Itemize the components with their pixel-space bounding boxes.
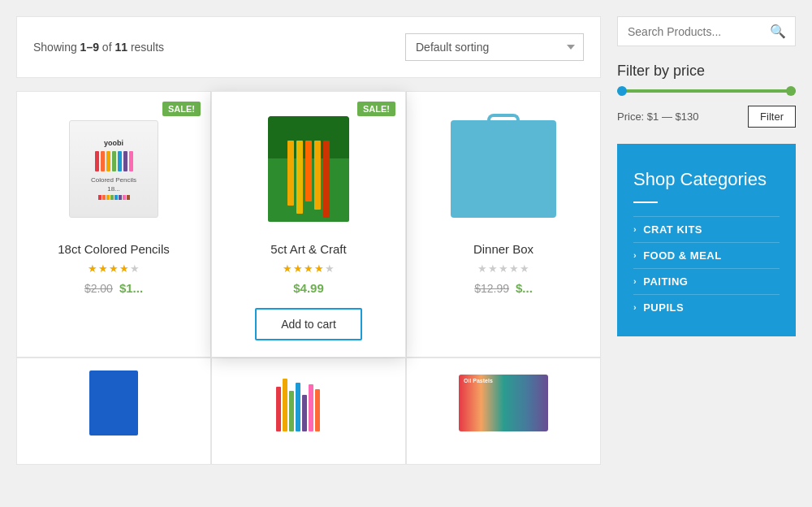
price-dinnerbox: $12.99 $... [474,281,533,295]
price-pencils: $2.00 $1... [84,281,143,295]
product-name-dinnerbox: Dinner Box [473,242,533,256]
star-rating-artcraft: ★★★★★ [283,262,335,275]
product-card-oilpastels: Oil Pastels [406,358,601,465]
sidebar: 🔍 Filter by price Price: $1 — $130 Filte… [617,16,796,465]
results-bar: Showing 1–9 of 11 results Default sortin… [16,16,601,78]
pencils-box-img: yoobi Colored Pencils 18... [69,120,158,218]
product-image-oilpastels: Oil Pastels [419,370,588,436]
results-text: Showing 1–9 of 11 results [33,41,164,54]
price-new-pencils: $1... [119,281,143,295]
chevron-right-icon: › [633,302,637,312]
product-image-notebook [29,370,198,436]
price-range-text: Price: $1 — $130 [617,110,698,123]
chevron-right-icon: › [633,224,637,234]
sort-select[interactable]: Default sorting Sort by popularity Sort … [405,33,584,61]
chevron-right-icon: › [633,276,637,286]
product-card-dinnerbox: Dinner Box ★★★★★ $12.99 $... [406,91,601,358]
category-label-foodmeal: FOOD & MEAL [643,249,722,262]
price-new-dinnerbox: $... [516,281,533,295]
filter-title: Filter by price [617,63,796,80]
dinnerbox-img [451,120,556,218]
price-old-pencils: $2.00 [84,282,113,295]
star-rating-pencils: ★★★★★ [88,262,140,275]
results-range: 1–9 [80,41,99,54]
add-to-cart-button[interactable]: Add to cart [255,308,362,340]
filter-section: Filter by price Price: $1 — $130 Filter [617,63,796,128]
price-filter-row: Price: $1 — $130 Filter [617,106,796,128]
product-card-notebook [16,358,211,465]
results-count: 11 [114,41,127,54]
search-input[interactable] [628,25,770,38]
product-card-colored-pencils: SALE! yoobi Colored Penci [16,91,211,358]
price-artcraft: $4.99 [293,281,324,295]
shop-categories-box: Shop Categories › CRAT KITS › FOOD & MEA… [617,144,796,336]
category-item-pupils[interactable]: › PUPILS [633,294,780,320]
price-slider-track[interactable] [617,89,796,93]
product-image-pencils-bottom [224,370,393,436]
price-artcraft-value: $4.99 [293,281,324,295]
price-old-dinnerbox: $12.99 [474,282,509,295]
sale-badge-artcraft: SALE! [357,102,395,116]
filter-button[interactable]: Filter [748,106,796,128]
shop-categories-title: Shop Categories [633,168,780,192]
main-content: Showing 1–9 of 11 results Default sortin… [16,16,601,465]
sale-badge: SALE! [162,102,201,116]
categories-list: › CRAT KITS › FOOD & MEAL › PAITING › PU… [633,216,780,320]
product-name-artcraft: 5ct Art & Craft [270,242,346,256]
category-label-cratkits: CRAT KITS [643,223,702,236]
category-label-pupils: PUPILS [643,301,684,314]
product-image-pencils: yoobi Colored Pencils 18... [29,108,198,230]
product-card-art-craft: SALE! 5ct Art & Craft ★★★★★ [211,91,406,358]
product-card-pencils-bottom [211,358,406,465]
notebook-img [89,370,138,436]
search-icon[interactable]: 🔍 [770,24,786,39]
product-image-brushes [224,108,393,230]
product-name-pencils: 18ct Colored Pencils [58,242,170,256]
search-box[interactable]: 🔍 [617,16,796,46]
product-image-dinnerbox [419,108,588,230]
pencils-bottom-img [276,375,341,431]
brushes-img [268,116,349,222]
product-grid: SALE! yoobi Colored Penci [16,91,601,465]
category-label-paiting: PAITING [643,275,688,288]
category-item-cratkits[interactable]: › CRAT KITS [633,216,780,242]
chevron-right-icon: › [633,250,637,260]
category-item-paiting[interactable]: › PAITING [633,268,780,294]
categories-divider [633,202,658,203]
category-item-foodmeal[interactable]: › FOOD & MEAL [633,242,780,268]
star-rating-dinnerbox: ★★★★★ [477,262,530,275]
